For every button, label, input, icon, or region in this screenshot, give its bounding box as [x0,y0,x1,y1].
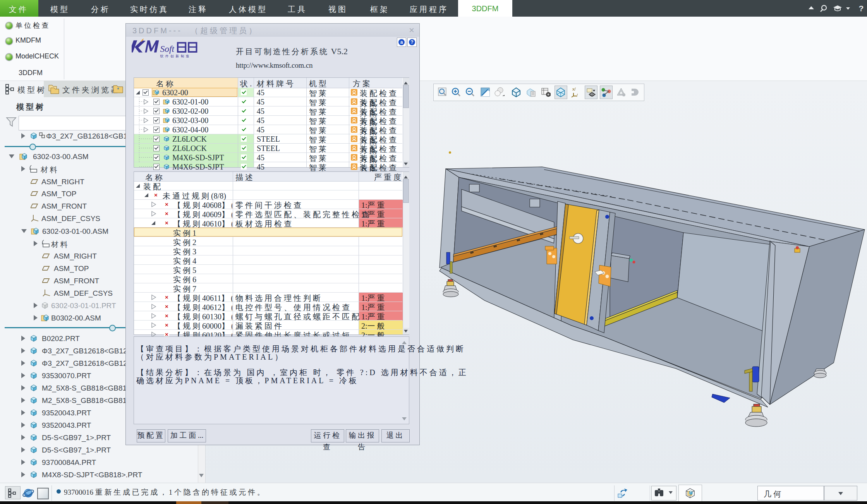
svg-text:软件创新制造: 软件创新制造 [160,54,191,58]
svg-text:/: / [577,93,578,98]
svg-text:?: ? [859,4,864,13]
svg-text:Soft: Soft [160,44,175,54]
svg-text:x/: x/ [572,87,576,91]
svg-text:*: * [117,86,119,93]
